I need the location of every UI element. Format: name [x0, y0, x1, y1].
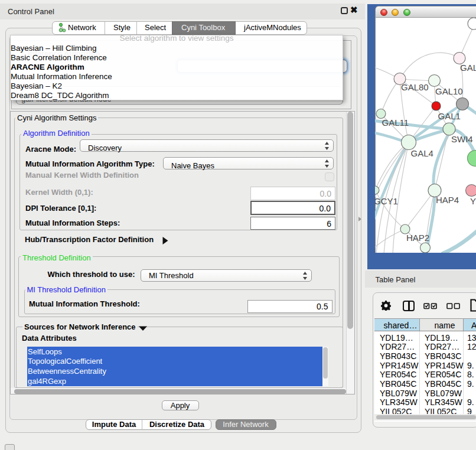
svg-text:Y: Y — [470, 196, 476, 206]
svg-text:GAL10: GAL10 — [435, 86, 463, 96]
svg-text:GAL11: GAL11 — [382, 118, 409, 128]
svg-text:GAL80: GAL80 — [401, 82, 429, 92]
svg-text:GAL4: GAL4 — [411, 148, 433, 158]
svg-text:SWI4: SWI4 — [451, 134, 473, 144]
svg-text:GAL1: GAL1 — [438, 111, 461, 121]
svg-text:HAP4: HAP4 — [436, 195, 459, 205]
svg-text:GCY1: GCY1 — [375, 196, 398, 206]
svg-text:HAP2: HAP2 — [406, 233, 429, 243]
svg-text:GAL: GAL — [460, 63, 476, 73]
